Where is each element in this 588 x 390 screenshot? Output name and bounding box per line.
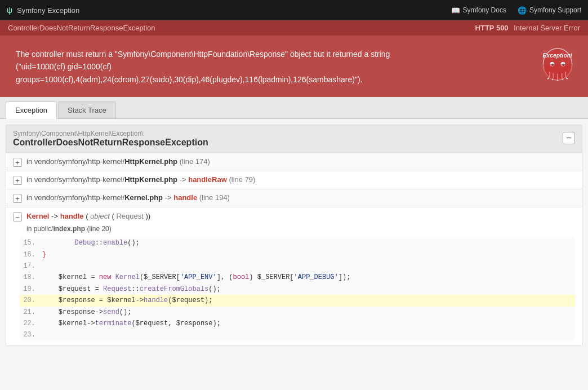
trace-item-3: + in vendor/symfony/http-kernel/Kernel.p…	[6, 189, 582, 207]
trace-item-1-text: in vendor/symfony/http-kernel/HttpKernel…	[26, 157, 210, 166]
book-icon: 📖	[451, 6, 460, 15]
trace-item-2: + in vendor/symfony/http-kernel/HttpKern…	[6, 171, 582, 189]
trace-3-method: handle	[173, 193, 197, 202]
exception-class-name: ControllerDoesNotReturnResponseException	[13, 138, 208, 148]
trace-2-prefix: in vendor/symfony/http-kernel/	[26, 175, 124, 184]
line-code-21: $response->send();	[42, 307, 575, 318]
trace-item-4-function: Kernel -> handle ( object ( Request ))	[26, 212, 150, 220]
top-nav-links: 📖 Symfony Docs 🌐 Symfony Support	[451, 6, 581, 15]
line-code-16: }	[42, 249, 575, 260]
symfony-logo: ψ	[7, 6, 12, 15]
line-number-16: 16.	[20, 249, 42, 260]
tab-stack-trace[interactable]: Stack Trace	[58, 101, 116, 118]
expand-trace-2-button[interactable]: +	[13, 176, 22, 185]
trace-2-file: HttpKernel.php	[124, 175, 177, 184]
line-number-15: 15.	[20, 237, 42, 249]
line-number-21: 21.	[20, 307, 42, 318]
code-line-19: 19. $request = Request::createFromGlobal…	[20, 283, 575, 295]
code-line-18: 18. $kernel = new Kernel($_SERVER['APP_E…	[20, 272, 575, 283]
code-line-23: 23.	[20, 329, 575, 340]
collapse-trace-4-button[interactable]: −	[13, 212, 22, 221]
trace-3-file: Kernel.php	[124, 193, 163, 202]
trace-3-prefix: in vendor/symfony/http-kernel/	[26, 193, 124, 202]
trace-item-2-text: in vendor/symfony/http-kernel/HttpKernel…	[26, 175, 255, 184]
symfony-support-link[interactable]: 🌐 Symfony Support	[518, 6, 581, 15]
trace-4-paren-open: (	[112, 212, 114, 220]
trace-2-line: (line 79)	[229, 175, 255, 184]
trace-2-arrow: ->	[180, 175, 189, 184]
trace-4-file-prefix: in public/	[26, 225, 53, 233]
trace-item-4-header: − Kernel -> handle ( object ( Request ))	[13, 212, 575, 221]
trace-item-4-file-info: in public/index.php (line 20)	[26, 225, 575, 233]
trace-4-file: index.php	[53, 225, 85, 233]
code-line-17: 17.	[20, 260, 575, 272]
line-number-19: 19.	[20, 283, 42, 295]
app-title: Symfony Exception	[17, 6, 79, 15]
exception-block-header: Symfony\Component\HttpKernel\Exception\ …	[6, 125, 582, 153]
app-title-group: ψ Symfony Exception	[7, 6, 79, 15]
trace-1-line: (line 174)	[180, 157, 210, 166]
symfony-docs-link[interactable]: 📖 Symfony Docs	[451, 6, 506, 15]
trace-1-prefix: in vendor/symfony/http-kernel/	[26, 157, 124, 166]
trace-4-method: handle	[60, 212, 84, 220]
line-code-23	[42, 329, 575, 340]
trace-4-paren-close: ))	[145, 212, 150, 220]
line-code-22: $kernel->terminate($request, $response);	[42, 318, 575, 329]
line-number-18: 18.	[20, 272, 42, 283]
code-line-16: 16. }	[20, 249, 575, 260]
code-line-20: 20. $response = $kernel->handle($request…	[20, 295, 575, 306]
svg-text:Exception!: Exception!	[542, 52, 573, 59]
code-line-21: 21. $response->send();	[20, 307, 575, 318]
kernel-class-link: Kernel	[26, 212, 49, 220]
error-message-text: The controller must return a "Symfony\Co…	[8, 41, 398, 91]
trace-2-method: handleRaw	[188, 175, 227, 184]
trace-4-param-open: (	[86, 212, 88, 220]
exception-class-info: Symfony\Component\HttpKernel\Exception\ …	[13, 130, 208, 148]
expand-trace-3-button[interactable]: +	[13, 194, 22, 203]
expand-trace-1-button[interactable]: +	[13, 158, 22, 167]
line-number-20: 20.	[20, 295, 42, 306]
trace-item-4-expanded: − Kernel -> handle ( object ( Request ))…	[6, 207, 582, 345]
tab-exception[interactable]: Exception	[6, 101, 57, 119]
trace-4-object-label: object	[90, 212, 110, 220]
line-code-19: $request = Request::createFromGlobals();	[42, 283, 575, 295]
line-number-23: 23.	[20, 329, 42, 340]
top-navigation-bar: ψ Symfony Exception 📖 Symfony Docs 🌐 Sym…	[0, 0, 588, 20]
trace-item-1: + in vendor/symfony/http-kernel/HttpKern…	[6, 153, 582, 171]
line-number-22: 22.	[20, 318, 42, 329]
collapse-exception-button[interactable]: −	[563, 132, 575, 144]
line-code-17	[42, 260, 575, 272]
exception-class-short: ControllerDoesNotReturnResponseException	[8, 24, 155, 32]
http-status-message: Internal Server Error	[514, 24, 580, 32]
trace-item-3-text: in vendor/symfony/http-kernel/Kernel.php…	[26, 193, 230, 202]
trace-4-param-type: Request	[116, 212, 143, 220]
line-number-17: 17.	[20, 260, 42, 272]
error-title-bar: ControllerDoesNotReturnResponseException…	[0, 20, 588, 36]
code-block: 15. Debug::enable(); 16. } 17. 18. $kern…	[20, 237, 575, 341]
line-code-20: $response = $kernel->handle($request);	[42, 295, 575, 306]
trace-3-arrow: ->	[165, 193, 174, 202]
error-header: The controller must return a "Symfony\Co…	[0, 36, 588, 97]
tabs-bar: Exception Stack Trace	[0, 97, 588, 119]
http-status-code: HTTP 500	[475, 24, 509, 32]
http-status-group: HTTP 500 Internal Server Error	[475, 24, 580, 32]
code-line-15: 15. Debug::enable();	[20, 237, 575, 249]
trace-3-line: (line 194)	[199, 193, 230, 202]
line-code-15: Debug::enable();	[42, 237, 575, 249]
support-icon: 🌐	[518, 6, 527, 15]
trace-4-arrow: ->	[51, 212, 60, 220]
code-line-22: 22. $kernel->terminate($request, $respon…	[20, 318, 575, 329]
line-code-18: $kernel = new Kernel($_SERVER['APP_ENV']…	[42, 272, 575, 283]
exception-block: Symfony\Component\HttpKernel\Exception\ …	[6, 125, 582, 346]
trace-1-file: HttpKernel.php	[124, 157, 177, 166]
trace-4-line: (line 20)	[87, 225, 111, 233]
exception-namespace: Symfony\Component\HttpKernel\Exception\	[13, 130, 208, 138]
exception-ghost-icon: Exception!	[535, 44, 580, 89]
